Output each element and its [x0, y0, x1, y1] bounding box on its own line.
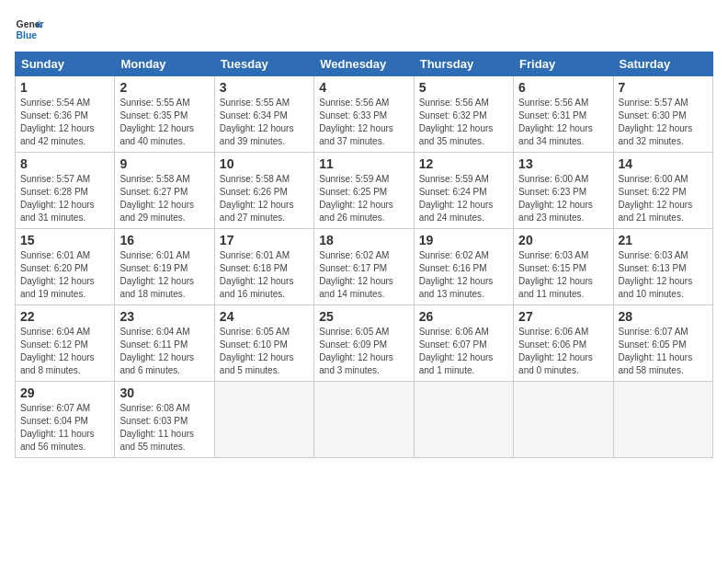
calendar-day: 7Sunrise: 5:57 AM Sunset: 6:30 PM Daylig…	[613, 76, 712, 153]
day-info: Sunrise: 6:06 AM Sunset: 6:06 PM Dayligh…	[518, 326, 608, 377]
day-number: 2	[119, 80, 209, 95]
day-number: 20	[518, 233, 608, 247]
day-info: Sunrise: 6:08 AM Sunset: 6:03 PM Dayligh…	[119, 402, 209, 454]
day-info: Sunrise: 5:56 AM Sunset: 6:31 PM Dayligh…	[518, 97, 608, 148]
calendar-day: 2Sunrise: 5:55 AM Sunset: 6:35 PM Daylig…	[115, 76, 214, 153]
page-header: General Blue	[15, 15, 713, 44]
day-info: Sunrise: 6:02 AM Sunset: 6:17 PM Dayligh…	[319, 249, 408, 301]
calendar-day: 14Sunrise: 6:00 AM Sunset: 6:22 PM Dayli…	[613, 153, 712, 229]
svg-text:Blue: Blue	[17, 30, 38, 40]
day-info: Sunrise: 6:05 AM Sunset: 6:09 PM Dayligh…	[319, 326, 408, 377]
day-number: 22	[20, 309, 109, 324]
weekday-header-wednesday: Wednesday	[314, 52, 414, 76]
day-number: 19	[419, 233, 508, 247]
calendar-day: 15Sunrise: 6:01 AM Sunset: 6:20 PM Dayli…	[16, 229, 115, 305]
day-info: Sunrise: 5:58 AM Sunset: 6:26 PM Dayligh…	[220, 173, 309, 224]
calendar-table: SundayMondayTuesdayWednesdayThursdayFrid…	[15, 52, 713, 458]
weekday-header-thursday: Thursday	[414, 52, 513, 76]
day-info: Sunrise: 5:59 AM Sunset: 6:24 PM Dayligh…	[419, 173, 508, 224]
day-number: 9	[119, 156, 209, 171]
day-number: 8	[20, 156, 109, 171]
calendar-day: 20Sunrise: 6:03 AM Sunset: 6:15 PM Dayli…	[514, 229, 613, 305]
calendar-day: 4Sunrise: 5:56 AM Sunset: 6:33 PM Daylig…	[314, 76, 414, 153]
calendar-day: 9Sunrise: 5:58 AM Sunset: 6:27 PM Daylig…	[115, 153, 214, 229]
day-info: Sunrise: 6:00 AM Sunset: 6:22 PM Dayligh…	[619, 173, 708, 224]
weekday-header-friday: Friday	[514, 52, 613, 76]
calendar-day: 17Sunrise: 6:01 AM Sunset: 6:18 PM Dayli…	[214, 229, 313, 305]
day-info: Sunrise: 6:05 AM Sunset: 6:10 PM Dayligh…	[220, 326, 309, 377]
day-number: 29	[20, 385, 109, 400]
calendar-day	[214, 382, 313, 458]
day-number: 5	[419, 80, 508, 95]
day-number: 26	[419, 309, 508, 324]
calendar-day: 12Sunrise: 5:59 AM Sunset: 6:24 PM Dayli…	[414, 153, 513, 229]
day-info: Sunrise: 5:55 AM Sunset: 6:34 PM Dayligh…	[220, 97, 309, 148]
day-info: Sunrise: 5:56 AM Sunset: 6:32 PM Dayligh…	[419, 97, 508, 148]
day-info: Sunrise: 6:01 AM Sunset: 6:19 PM Dayligh…	[119, 249, 209, 301]
day-info: Sunrise: 6:07 AM Sunset: 6:04 PM Dayligh…	[20, 402, 109, 454]
day-number: 4	[319, 80, 408, 95]
calendar-day: 28Sunrise: 6:07 AM Sunset: 6:05 PM Dayli…	[613, 305, 712, 382]
calendar-day: 25Sunrise: 6:05 AM Sunset: 6:09 PM Dayli…	[314, 305, 414, 382]
calendar-day: 16Sunrise: 6:01 AM Sunset: 6:19 PM Dayli…	[115, 229, 214, 305]
calendar-day: 8Sunrise: 5:57 AM Sunset: 6:28 PM Daylig…	[16, 153, 115, 229]
day-info: Sunrise: 6:02 AM Sunset: 6:16 PM Dayligh…	[419, 249, 508, 301]
calendar-day	[613, 382, 712, 458]
logo: General Blue	[15, 15, 48, 44]
day-number: 6	[518, 80, 608, 95]
day-number: 16	[119, 233, 209, 247]
calendar-day: 26Sunrise: 6:06 AM Sunset: 6:07 PM Dayli…	[414, 305, 513, 382]
day-number: 27	[518, 309, 608, 324]
calendar-day: 29Sunrise: 6:07 AM Sunset: 6:04 PM Dayli…	[16, 382, 115, 458]
weekday-header-saturday: Saturday	[613, 52, 712, 76]
day-info: Sunrise: 5:58 AM Sunset: 6:27 PM Dayligh…	[119, 173, 209, 224]
calendar-day: 24Sunrise: 6:05 AM Sunset: 6:10 PM Dayli…	[214, 305, 313, 382]
day-info: Sunrise: 5:55 AM Sunset: 6:35 PM Dayligh…	[119, 97, 209, 148]
day-number: 10	[220, 156, 309, 171]
day-number: 3	[220, 80, 309, 95]
day-info: Sunrise: 6:03 AM Sunset: 6:13 PM Dayligh…	[619, 249, 708, 301]
day-info: Sunrise: 6:04 AM Sunset: 6:12 PM Dayligh…	[20, 326, 109, 377]
day-number: 17	[220, 233, 309, 247]
day-info: Sunrise: 5:59 AM Sunset: 6:25 PM Dayligh…	[319, 173, 408, 224]
calendar-day: 21Sunrise: 6:03 AM Sunset: 6:13 PM Dayli…	[613, 229, 712, 305]
calendar-day: 6Sunrise: 5:56 AM Sunset: 6:31 PM Daylig…	[514, 76, 613, 153]
day-info: Sunrise: 5:54 AM Sunset: 6:36 PM Dayligh…	[20, 97, 109, 148]
day-number: 15	[20, 233, 109, 247]
day-number: 25	[319, 309, 408, 324]
day-info: Sunrise: 5:56 AM Sunset: 6:33 PM Dayligh…	[319, 97, 408, 148]
calendar-day	[414, 382, 513, 458]
day-info: Sunrise: 6:01 AM Sunset: 6:20 PM Dayligh…	[20, 249, 109, 301]
calendar-day: 27Sunrise: 6:06 AM Sunset: 6:06 PM Dayli…	[514, 305, 613, 382]
day-number: 1	[20, 80, 109, 95]
day-number: 18	[319, 233, 408, 247]
day-number: 7	[619, 80, 708, 95]
day-number: 13	[518, 156, 608, 171]
day-info: Sunrise: 6:04 AM Sunset: 6:11 PM Dayligh…	[119, 326, 209, 377]
day-info: Sunrise: 6:01 AM Sunset: 6:18 PM Dayligh…	[220, 249, 309, 301]
calendar-day	[314, 382, 414, 458]
day-info: Sunrise: 6:03 AM Sunset: 6:15 PM Dayligh…	[518, 249, 608, 301]
day-number: 12	[419, 156, 508, 171]
calendar-day	[514, 382, 613, 458]
calendar-day: 11Sunrise: 5:59 AM Sunset: 6:25 PM Dayli…	[314, 153, 414, 229]
calendar-day: 30Sunrise: 6:08 AM Sunset: 6:03 PM Dayli…	[115, 382, 214, 458]
day-info: Sunrise: 6:06 AM Sunset: 6:07 PM Dayligh…	[419, 326, 508, 377]
day-number: 21	[619, 233, 708, 247]
weekday-header-sunday: Sunday	[16, 52, 115, 76]
calendar-day: 5Sunrise: 5:56 AM Sunset: 6:32 PM Daylig…	[414, 76, 513, 153]
day-number: 28	[619, 309, 708, 324]
day-info: Sunrise: 6:07 AM Sunset: 6:05 PM Dayligh…	[619, 326, 708, 377]
day-number: 30	[119, 385, 209, 400]
logo-icon: General Blue	[15, 15, 44, 44]
calendar-day: 19Sunrise: 6:02 AM Sunset: 6:16 PM Dayli…	[414, 229, 513, 305]
day-number: 24	[220, 309, 309, 324]
calendar-day: 22Sunrise: 6:04 AM Sunset: 6:12 PM Dayli…	[16, 305, 115, 382]
day-info: Sunrise: 5:57 AM Sunset: 6:30 PM Dayligh…	[619, 97, 708, 148]
calendar-day: 1Sunrise: 5:54 AM Sunset: 6:36 PM Daylig…	[16, 76, 115, 153]
day-number: 11	[319, 156, 408, 171]
day-number: 23	[119, 309, 209, 324]
calendar-day: 13Sunrise: 6:00 AM Sunset: 6:23 PM Dayli…	[514, 153, 613, 229]
weekday-header-tuesday: Tuesday	[214, 52, 313, 76]
day-number: 14	[619, 156, 708, 171]
